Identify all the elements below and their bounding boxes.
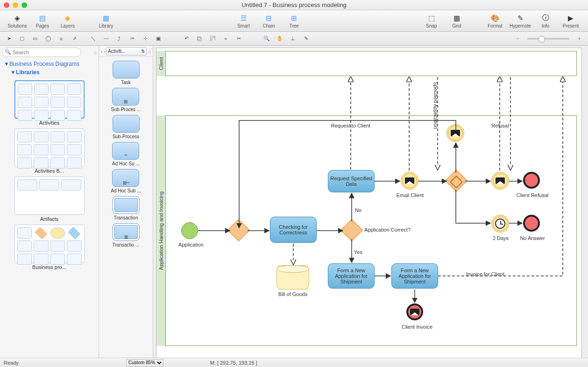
library-item[interactable]: Activities — [5, 80, 94, 126]
event-timer[interactable] — [491, 215, 509, 233]
home-icon[interactable]: ⌂ — [93, 49, 97, 55]
present-button[interactable]: ▶Present — [558, 11, 583, 31]
info-button[interactable]: ⓘInfo — [533, 11, 558, 31]
connector-round[interactable]: ⤴ — [113, 34, 125, 44]
format-button[interactable]: 🎨Format — [482, 11, 508, 31]
line-tool[interactable]: ↗ — [68, 34, 80, 44]
tree-button[interactable]: ⊞Tree — [282, 11, 307, 31]
zoom-in[interactable]: ＋ — [573, 34, 585, 44]
snap-button[interactable]: ⬚Snap — [419, 11, 444, 31]
rect-tool[interactable]: ▭ — [29, 34, 41, 44]
shape-adhoc[interactable]: ~Ad Hoc Su ... — [112, 142, 140, 166]
event-msg-top[interactable] — [446, 124, 464, 142]
grid-button[interactable]: ▦Grid — [444, 11, 469, 31]
search-input[interactable] — [2, 48, 81, 57]
shape-transaction2[interactable]: ⊞Transactio ... — [113, 223, 140, 247]
close-button[interactable] — [4, 2, 9, 8]
datastore-bill[interactable] — [276, 265, 309, 289]
library-item[interactable]: Activities B... — [5, 128, 94, 174]
end-client-invoice[interactable] — [406, 303, 423, 320]
hand-tool[interactable]: ✋ — [274, 34, 286, 44]
gateway-1[interactable] — [227, 219, 250, 241]
shape-subprocess2[interactable]: Sub-Process — [113, 115, 140, 139]
connector-straight[interactable]: ＼ — [87, 34, 99, 44]
zoom-slider[interactable] — [527, 38, 569, 40]
shape-subprocess[interactable]: ⊞Sub-Proces ... — [111, 88, 141, 112]
event-email[interactable] — [401, 172, 418, 190]
gateway-correct[interactable] — [340, 219, 363, 241]
envelope-icon — [496, 177, 505, 184]
envelope-icon — [451, 130, 460, 136]
section-header[interactable]: ▼Business Process Diagrams — [4, 60, 95, 68]
format-icon: 🎨 — [490, 14, 500, 23]
library-button[interactable]: ▦Library — [93, 11, 119, 31]
shapes-panel: ‹ › Activiti...⇅ ⌂ Task ⊞Sub-Proces ... … — [99, 46, 153, 358]
lane-app[interactable]: Application Handling and Invoicing Appli… — [156, 115, 577, 346]
chain-icon: ⊟ — [264, 14, 274, 23]
event-refusal-msg[interactable] — [491, 172, 509, 190]
label-yes: Yes — [354, 249, 362, 255]
gateway-complex[interactable] — [445, 169, 468, 192]
nav-back[interactable]: ‹ — [101, 49, 103, 54]
window-title: Untitled 7 - Business process modeling — [241, 1, 347, 8]
search-icon: 🔍 — [5, 49, 11, 55]
distribute-tool[interactable]: ✂ — [233, 34, 245, 44]
align-tool[interactable]: ≈ — [220, 34, 232, 44]
canvas-wrap: Client Application Handling and Invoicin… — [153, 46, 588, 358]
chain-button[interactable]: ⊟Chain — [256, 11, 282, 31]
library-item[interactable]: Artifacts — [5, 176, 94, 222]
text-tool[interactable]: ≡ — [55, 34, 67, 44]
titlebar: Untitled 7 - Business process modeling — [0, 0, 588, 10]
workarea: 🔍 ⌂ ▼Business Process Diagrams ▼Librarie… — [0, 46, 588, 358]
end-client-refusal[interactable] — [523, 172, 540, 189]
start-event[interactable] — [181, 222, 198, 239]
shape-transaction[interactable]: Transaction — [113, 196, 140, 220]
activity-selector[interactable]: Activiti...⇅ — [106, 47, 147, 56]
minimize-button[interactable] — [13, 2, 18, 8]
pages-button[interactable]: ▤Pages — [30, 11, 55, 31]
lane-client[interactable]: Client — [156, 51, 577, 76]
task-form1[interactable]: Form a New Application for Shipment — [328, 263, 375, 289]
crop-tool[interactable]: ▣ — [152, 34, 164, 44]
window-controls — [4, 2, 27, 8]
libraries-header[interactable]: ▼Libraries — [10, 68, 95, 77]
task-form2[interactable]: Form a New Application for Shipment — [391, 263, 438, 289]
info-icon: ⓘ — [540, 14, 551, 23]
canvas[interactable]: Client Application Handling and Invoicin… — [153, 46, 588, 358]
ungroup-tool[interactable]: ⿸ — [206, 34, 219, 44]
end-no-answer[interactable] — [523, 215, 540, 232]
maximize-button[interactable] — [21, 2, 27, 8]
pen-tool[interactable]: ✑ — [126, 34, 138, 44]
undo-button[interactable]: ↶ — [180, 34, 192, 44]
panel-home-icon[interactable]: ⌂ — [148, 49, 151, 54]
task-request-data[interactable]: Request Specified Data — [328, 170, 375, 192]
connector-curve[interactable]: 〰 — [100, 34, 112, 44]
library-item[interactable]: Business pro... — [5, 225, 94, 270]
group-tool[interactable]: ⿻ — [193, 34, 205, 44]
shape-task[interactable]: Task — [113, 61, 140, 85]
status-ready: Ready — [4, 360, 19, 366]
smart-button[interactable]: ☰Smart — [231, 11, 256, 31]
hypernote-icon: ✎ — [515, 14, 525, 23]
anchor-tool[interactable]: ⊹ — [139, 34, 151, 44]
nav-fwd[interactable]: › — [104, 49, 106, 54]
zoom-out[interactable]: － — [511, 34, 524, 44]
zoom-select[interactable]: Custom 85% — [126, 359, 163, 367]
task-checking[interactable]: Checking for Correctness — [270, 217, 317, 243]
snap-icon: ⬚ — [426, 14, 437, 23]
envelope-icon — [410, 309, 419, 315]
stamp-tool[interactable]: ⊥ — [287, 34, 299, 44]
hypernote-button[interactable]: ✎Hypernote — [508, 11, 533, 31]
page: Client Application Handling and Invoicin… — [156, 48, 582, 358]
status-bar: Ready Custom 85% M: [ 292.75, 193.15 ] — [0, 358, 588, 367]
eyedropper-tool[interactable]: ✎ — [300, 34, 312, 44]
smart-icon: ☰ — [239, 14, 249, 23]
solutions-button[interactable]: ◈Solutions — [5, 11, 30, 31]
layers-button[interactable]: ◆Layers — [55, 11, 80, 31]
zoom-tool[interactable]: 🔍 — [261, 34, 273, 44]
ellipse-tool[interactable]: ◯ — [42, 34, 54, 44]
marquee-tool[interactable]: ▢ — [16, 34, 28, 44]
pointer-tool[interactable]: ➤ — [3, 34, 15, 44]
library-icon: ▦ — [101, 14, 111, 23]
shape-adhoc-sub[interactable]: ⊞~Ad Hoc Sub ... — [111, 169, 141, 193]
